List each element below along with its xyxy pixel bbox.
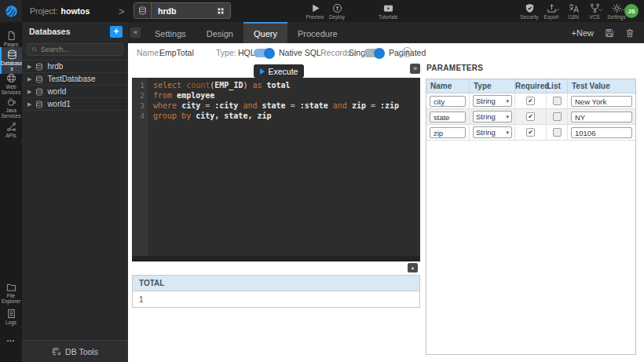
sidebar-item-pages[interactable]: Pages — [0, 28, 22, 49]
tab-settings[interactable]: Settings — [145, 22, 196, 43]
execute-play-icon — [260, 68, 265, 75]
code-line: from employee — [153, 90, 420, 101]
param-name-input[interactable]: state — [430, 112, 466, 122]
globe-icon — [6, 73, 16, 83]
editor-line-numbers: 1234 — [132, 78, 148, 261]
db-tools-icon — [52, 347, 61, 357]
type-option-native-sql[interactable]: Native SQL — [279, 46, 321, 59]
project-name: howtos — [61, 6, 90, 16]
expand-caret-icon[interactable]: ▶ — [27, 64, 31, 70]
parameters-header-row: NameTypeRequiredListTest Value — [426, 79, 635, 93]
security-label: Security — [520, 14, 538, 20]
code-token: city, state, zip — [196, 112, 271, 120]
param-name-input[interactable]: zip — [430, 127, 466, 138]
add-database-button[interactable]: + — [110, 26, 123, 38]
param-type-select[interactable]: String▾ — [473, 95, 512, 107]
sidebar-item-label: File Explorer — [0, 293, 22, 304]
entity-tab-hrdb[interactable]: hrdb — [134, 2, 231, 19]
code-token: = — [291, 101, 300, 110]
database-icon — [35, 88, 43, 96]
code-token: from — [153, 91, 177, 100]
sidebar-item-databases[interactable]: Databases — [0, 47, 22, 74]
db-tree-item-hrdb[interactable]: ▶hrdb — [22, 60, 128, 73]
database-icon — [35, 75, 43, 83]
param-required-checkbox[interactable]: ✔ — [526, 97, 535, 105]
avatar[interactable]: JS — [624, 4, 639, 18]
coffee-icon — [6, 97, 16, 107]
database-tree: ▶hrdb▶TestDatabase▶world▶world1 — [22, 60, 128, 111]
param-name-input[interactable]: city — [430, 96, 466, 107]
code-line: where city = :city and state = :state an… — [153, 101, 420, 111]
help-icon[interactable]: ? — [402, 47, 412, 57]
param-required-checkbox[interactable]: ✔ — [526, 128, 535, 137]
deploy-label: Deploy — [329, 14, 345, 20]
app-logo[interactable] — [0, 0, 22, 22]
search-placeholder: Search... — [41, 46, 69, 53]
param-column-header: Type — [470, 79, 515, 93]
db-tools-button[interactable]: DB Tools — [22, 340, 128, 362]
type-toggle[interactable] — [254, 49, 274, 57]
param-test-value-input[interactable]: 10106 — [571, 127, 632, 138]
db-name: world — [47, 87, 66, 96]
sidebar-item-java-services[interactable]: Java Services — [0, 94, 22, 121]
sidebar-item-web-services[interactable]: Web Services — [0, 71, 22, 97]
param-column-header: Required — [515, 79, 547, 93]
param-list-checkbox[interactable] — [553, 112, 562, 121]
settings-label: Settings — [607, 14, 626, 20]
database-icon — [35, 63, 43, 71]
code-token: = — [371, 101, 380, 110]
execute-label: Execute — [269, 67, 298, 76]
expand-caret-icon[interactable]: ▶ — [27, 76, 31, 82]
tab-bar: « SettingsDesignQueryProcedure +New — [128, 22, 644, 43]
db-name: hrdb — [47, 62, 63, 71]
param-list-checkbox[interactable] — [553, 97, 562, 105]
save-icon[interactable] — [605, 28, 614, 38]
param-test-value-input[interactable]: NY — [571, 112, 632, 122]
param-test-value-input[interactable]: New York — [571, 96, 632, 107]
sidebar-item-apis[interactable]: APIs — [0, 119, 22, 141]
param-list-checkbox[interactable] — [553, 128, 562, 137]
code-token: total — [267, 81, 291, 90]
db-tools-label: DB Tools — [65, 347, 98, 357]
editor-scrollbar[interactable] — [132, 256, 420, 261]
line-number: 3 — [132, 101, 148, 111]
code-token: :zip — [380, 101, 399, 110]
parameters-body: cityString▾✔New YorkstateString▾✔NYzipSt… — [426, 93, 635, 141]
delete-icon[interactable] — [625, 28, 635, 38]
collapse-results-icon[interactable]: ▲ — [408, 263, 418, 272]
sidebar-item-file-explorer[interactable]: File Explorer — [0, 280, 22, 306]
records-toggle[interactable] — [364, 49, 384, 57]
db-tree-item-world[interactable]: ▶world — [22, 86, 128, 98]
logo-icon — [5, 5, 18, 18]
expand-caret-icon[interactable]: ▶ — [27, 101, 31, 108]
param-type-select[interactable]: String▾ — [473, 126, 512, 138]
sql-editor[interactable]: 1234 select count(EMP_ID) as totalfrom e… — [132, 78, 420, 261]
databases-panel-title: Databases — [29, 27, 71, 36]
grid-icon[interactable] — [217, 7, 225, 15]
param-required-checkbox[interactable]: ✔ — [526, 112, 535, 121]
db-tree-item-world1[interactable]: ▶world1 — [22, 98, 128, 111]
execute-button[interactable]: Execute — [254, 64, 304, 78]
entity-tab-label: hrdb — [152, 6, 176, 16]
deploy-button[interactable]: Deploy — [323, 3, 351, 20]
sidebar-item-logs[interactable]: Logs — [0, 306, 22, 327]
sidebar-more-icon[interactable]: ••• — [0, 338, 22, 343]
type-option-hql[interactable]: HQL — [238, 46, 255, 59]
editor-code[interactable]: select count(EMP_ID) as totalfrom employ… — [148, 78, 420, 261]
param-type-select[interactable]: String▾ — [473, 111, 512, 122]
collapse-panel-icon[interactable]: « — [130, 27, 141, 38]
expand-parameters-icon[interactable]: » — [410, 64, 420, 74]
tab-query[interactable]: Query — [243, 22, 287, 43]
line-number: 1 — [132, 80, 148, 90]
tutorials-button[interactable]: Tutorials — [374, 3, 402, 20]
tab-design[interactable]: Design — [196, 22, 243, 43]
code-token: city — [181, 101, 205, 110]
new-query-button[interactable]: +New — [572, 28, 594, 38]
i18n-label: I18N — [568, 14, 579, 20]
expand-caret-icon[interactable]: ▶ — [27, 89, 31, 95]
play-icon — [310, 3, 320, 13]
tab-procedure[interactable]: Procedure — [287, 22, 348, 43]
db-tree-item-TestDatabase[interactable]: ▶TestDatabase — [22, 73, 128, 86]
database-icon — [134, 3, 152, 18]
database-search-input[interactable]: Search... — [27, 43, 123, 56]
